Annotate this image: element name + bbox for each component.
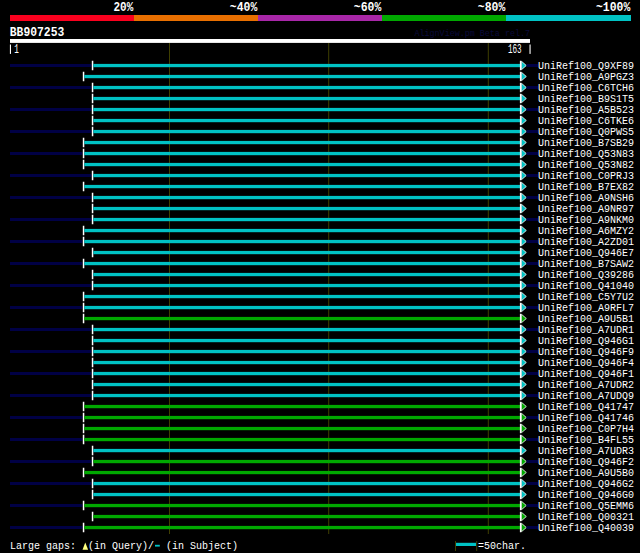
svg-text:20%: 20%: [114, 1, 134, 15]
svg-text:163: 163: [508, 43, 522, 57]
svg-text:(in Query)/: (in Query)/: [88, 540, 154, 552]
svg-text:Large gaps:: Large gaps:: [10, 540, 76, 552]
svg-text:~60%: ~60%: [354, 1, 382, 15]
svg-text:UniRef100_Q40039: UniRef100_Q40039: [538, 522, 634, 534]
svg-text:1: 1: [14, 43, 19, 57]
svg-text:~80%: ~80%: [478, 1, 506, 15]
svg-text:AlignView.pm Beta rel.7: AlignView.pm Beta rel.7: [415, 28, 531, 39]
svg-text:=50char.: =50char.: [478, 540, 526, 552]
svg-text:(in Subject): (in Subject): [166, 540, 238, 552]
svg-text:~40%: ~40%: [230, 1, 258, 15]
svg-text:BB907253: BB907253: [10, 25, 65, 40]
svg-text:~100%: ~100%: [596, 1, 631, 15]
